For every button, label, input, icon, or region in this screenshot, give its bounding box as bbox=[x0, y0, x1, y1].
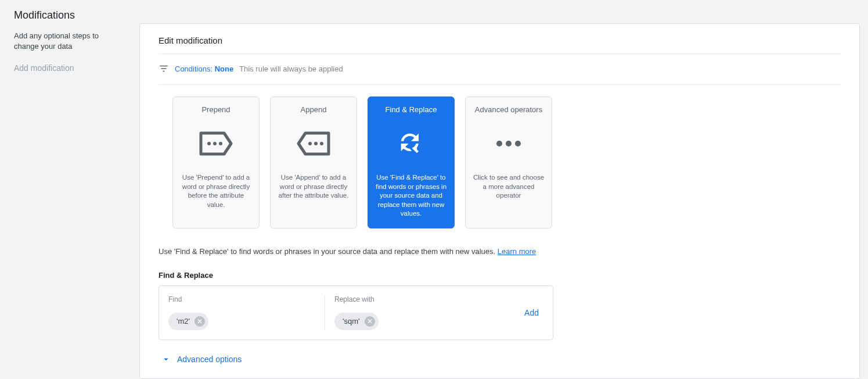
divider bbox=[159, 84, 841, 85]
card-title: Find & Replace bbox=[386, 105, 437, 114]
conditions-link[interactable]: Conditions: None bbox=[175, 65, 233, 73]
advanced-options-label: Advanced options bbox=[177, 355, 242, 364]
helper-text-content: Use 'Find & Replace' to find words or ph… bbox=[159, 247, 495, 256]
card-append[interactable]: Append Use 'Append' to add a word or phr… bbox=[270, 96, 357, 228]
add-button[interactable]: Add bbox=[524, 308, 543, 317]
svg-point-0 bbox=[207, 142, 211, 145]
find-chip-text: 'm2' bbox=[177, 317, 190, 326]
find-chip[interactable]: 'm2' ✕ bbox=[168, 313, 208, 330]
advanced-options-toggle[interactable]: Advanced options bbox=[161, 354, 841, 364]
card-description: Click to see and choose a more advanced … bbox=[471, 173, 546, 201]
card-title: Append bbox=[301, 105, 327, 114]
main-panel: Edit modification Conditions: None This … bbox=[139, 23, 860, 379]
svg-point-1 bbox=[213, 142, 217, 145]
find-replace-icon bbox=[396, 123, 426, 164]
card-advanced-operators[interactable]: Advanced operators Click to see and choo… bbox=[465, 96, 552, 228]
conditions-note: This rule will always be applied bbox=[239, 65, 343, 73]
helper-text: Use 'Find & Replace' to find words or ph… bbox=[159, 247, 841, 256]
remove-chip-icon[interactable]: ✕ bbox=[195, 316, 205, 327]
prepend-icon bbox=[199, 123, 233, 164]
append-icon bbox=[296, 123, 331, 164]
card-description: Use 'Find & Replace' to find words or ph… bbox=[374, 173, 448, 219]
conditions-prefix: Conditions: bbox=[175, 65, 213, 73]
replace-label: Replace with bbox=[334, 295, 473, 303]
card-prepend[interactable]: Prepend Use 'Prepend' to add a word or p… bbox=[172, 96, 260, 228]
find-column: Find 'm2' ✕ bbox=[168, 295, 325, 330]
add-modification-link[interactable]: Add modification bbox=[14, 63, 125, 73]
svg-point-2 bbox=[219, 142, 222, 145]
sidebar-description: Add any optional steps to change your da… bbox=[14, 31, 125, 52]
svg-point-3 bbox=[308, 142, 312, 145]
conditions-value: None bbox=[215, 65, 234, 73]
find-label: Find bbox=[168, 295, 315, 303]
find-replace-box: Find 'm2' ✕ Replace with 'sqm' ✕ Add bbox=[159, 285, 553, 340]
divider bbox=[159, 53, 841, 54]
more-icon bbox=[496, 123, 521, 164]
card-title: Advanced operators bbox=[475, 105, 542, 114]
card-description: Use 'Prepend' to add a word or phrase di… bbox=[179, 173, 253, 209]
sidebar: Modifications Add any optional steps to … bbox=[0, 0, 139, 379]
card-title: Prepend bbox=[201, 105, 230, 114]
card-description: Use 'Append' to add a word or phrase dir… bbox=[276, 173, 351, 201]
operator-cards-row: Prepend Use 'Prepend' to add a word or p… bbox=[172, 96, 841, 228]
replace-chip[interactable]: 'sqm' ✕ bbox=[334, 313, 379, 330]
chevron-down-icon bbox=[161, 354, 171, 364]
remove-chip-icon[interactable]: ✕ bbox=[365, 316, 375, 327]
replace-column: Replace with 'sqm' ✕ bbox=[325, 295, 482, 330]
learn-more-link[interactable]: Learn more bbox=[498, 247, 536, 256]
conditions-row[interactable]: Conditions: None This rule will always b… bbox=[159, 63, 841, 74]
filter-icon bbox=[159, 63, 169, 74]
find-replace-heading: Find & Replace bbox=[159, 271, 841, 280]
svg-point-4 bbox=[314, 142, 318, 145]
sidebar-title: Modifications bbox=[14, 9, 125, 22]
svg-point-5 bbox=[320, 142, 323, 145]
edit-modification-title: Edit modification bbox=[159, 35, 841, 45]
replace-chip-text: 'sqm' bbox=[343, 317, 360, 326]
card-find-replace[interactable]: Find & Replace Use 'Find & Replace' to f… bbox=[368, 96, 455, 228]
